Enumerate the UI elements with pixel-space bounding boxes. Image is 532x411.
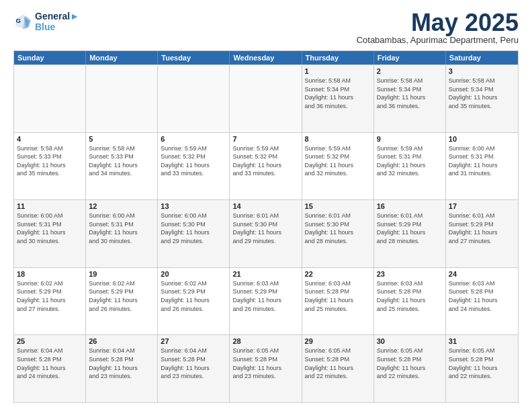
header: G General► Blue May 2025 Cotabambas, Apu… — [13, 11, 519, 45]
day-cell — [158, 65, 230, 132]
day-cell: 24Sunrise: 6:03 AM Sunset: 5:28 PM Dayli… — [446, 268, 518, 335]
day-number: 2 — [377, 67, 443, 75]
day-info: Sunrise: 6:05 AM Sunset: 5:28 PM Dayligh… — [305, 347, 371, 380]
subtitle: Cotabambas, Apurimac Department, Peru — [357, 35, 519, 45]
day-cell — [230, 65, 302, 132]
day-number: 11 — [17, 202, 83, 210]
day-info: Sunrise: 5:59 AM Sunset: 5:31 PM Dayligh… — [377, 144, 443, 178]
week-row-0: 1Sunrise: 5:58 AM Sunset: 5:34 PM Daylig… — [14, 64, 518, 132]
day-cell: 27Sunrise: 6:04 AM Sunset: 5:28 PM Dayli… — [158, 335, 230, 402]
day-number: 30 — [377, 337, 443, 345]
day-number: 10 — [449, 135, 515, 143]
day-number: 20 — [161, 270, 226, 278]
day-number: 1 — [305, 67, 371, 75]
day-number: 22 — [305, 270, 371, 278]
day-number: 4 — [17, 135, 83, 143]
day-cell: 18Sunrise: 6:02 AM Sunset: 5:29 PM Dayli… — [14, 268, 86, 335]
day-cell: 1Sunrise: 5:58 AM Sunset: 5:34 PM Daylig… — [302, 65, 374, 132]
col-headers: SundayMondayTuesdayWednesdayThursdayFrid… — [14, 51, 518, 64]
calendar-body: 1Sunrise: 5:58 AM Sunset: 5:34 PM Daylig… — [14, 64, 518, 402]
day-info: Sunrise: 6:05 AM Sunset: 5:28 PM Dayligh… — [449, 347, 515, 380]
logo-icon: G — [13, 12, 32, 31]
title-area: May 2025 Cotabambas, Apurimac Department… — [357, 11, 519, 45]
day-cell: 29Sunrise: 6:05 AM Sunset: 5:28 PM Dayli… — [302, 335, 374, 402]
day-number: 19 — [89, 270, 154, 278]
day-number: 14 — [232, 202, 298, 210]
day-info: Sunrise: 6:02 AM Sunset: 5:29 PM Dayligh… — [17, 279, 83, 313]
day-number: 16 — [377, 202, 443, 210]
day-cell: 30Sunrise: 6:05 AM Sunset: 5:28 PM Dayli… — [374, 335, 446, 402]
page: G General► Blue May 2025 Cotabambas, Apu… — [0, 0, 532, 411]
day-cell: 11Sunrise: 6:00 AM Sunset: 5:31 PM Dayli… — [14, 200, 86, 267]
day-info: Sunrise: 6:01 AM Sunset: 5:30 PM Dayligh… — [232, 212, 298, 245]
week-row-4: 25Sunrise: 6:04 AM Sunset: 5:28 PM Dayli… — [14, 334, 518, 402]
day-info: Sunrise: 5:59 AM Sunset: 5:32 PM Dayligh… — [232, 144, 298, 178]
day-cell: 6Sunrise: 5:59 AM Sunset: 5:32 PM Daylig… — [158, 133, 230, 200]
day-info: Sunrise: 6:04 AM Sunset: 5:28 PM Dayligh… — [89, 347, 154, 380]
day-cell: 19Sunrise: 6:02 AM Sunset: 5:29 PM Dayli… — [86, 268, 158, 335]
day-cell: 28Sunrise: 6:05 AM Sunset: 5:28 PM Dayli… — [230, 335, 302, 402]
day-cell: 14Sunrise: 6:01 AM Sunset: 5:30 PM Dayli… — [230, 200, 302, 267]
col-header-tuesday: Tuesday — [158, 51, 230, 64]
day-cell: 4Sunrise: 5:58 AM Sunset: 5:33 PM Daylig… — [14, 133, 86, 200]
day-info: Sunrise: 5:58 AM Sunset: 5:34 PM Dayligh… — [377, 77, 443, 110]
day-cell: 20Sunrise: 6:02 AM Sunset: 5:29 PM Dayli… — [158, 268, 230, 335]
day-info: Sunrise: 6:02 AM Sunset: 5:29 PM Dayligh… — [89, 279, 154, 313]
day-number: 3 — [449, 67, 515, 75]
day-number: 31 — [449, 337, 515, 345]
day-number: 25 — [17, 337, 83, 345]
day-cell: 12Sunrise: 6:00 AM Sunset: 5:31 PM Dayli… — [86, 200, 158, 267]
col-header-sunday: Sunday — [14, 51, 86, 64]
day-cell: 5Sunrise: 5:58 AM Sunset: 5:33 PM Daylig… — [86, 133, 158, 200]
week-row-1: 4Sunrise: 5:58 AM Sunset: 5:33 PM Daylig… — [14, 132, 518, 200]
day-number: 12 — [89, 202, 154, 210]
day-cell — [86, 65, 158, 132]
day-cell: 21Sunrise: 6:03 AM Sunset: 5:29 PM Dayli… — [230, 268, 302, 335]
day-info: Sunrise: 6:04 AM Sunset: 5:28 PM Dayligh… — [17, 347, 83, 380]
day-number: 28 — [232, 337, 298, 345]
day-cell: 23Sunrise: 6:03 AM Sunset: 5:28 PM Dayli… — [374, 268, 446, 335]
week-row-3: 18Sunrise: 6:02 AM Sunset: 5:29 PM Dayli… — [14, 267, 518, 335]
day-cell: 8Sunrise: 5:59 AM Sunset: 5:32 PM Daylig… — [302, 133, 374, 200]
day-cell: 15Sunrise: 6:01 AM Sunset: 5:30 PM Dayli… — [302, 200, 374, 267]
day-number: 26 — [89, 337, 154, 345]
day-number: 23 — [377, 270, 443, 278]
logo-text: General► Blue — [35, 11, 79, 32]
day-number: 21 — [232, 270, 298, 278]
day-info: Sunrise: 5:58 AM Sunset: 5:33 PM Dayligh… — [17, 144, 83, 178]
calendar: SundayMondayTuesdayWednesdayThursdayFrid… — [13, 50, 519, 403]
day-cell — [14, 65, 86, 132]
svg-text:G: G — [16, 17, 21, 24]
day-number: 7 — [232, 135, 298, 143]
day-info: Sunrise: 6:01 AM Sunset: 5:29 PM Dayligh… — [449, 212, 515, 245]
day-cell: 25Sunrise: 6:04 AM Sunset: 5:28 PM Dayli… — [14, 335, 86, 402]
day-cell: 17Sunrise: 6:01 AM Sunset: 5:29 PM Dayli… — [446, 200, 518, 267]
day-info: Sunrise: 6:03 AM Sunset: 5:28 PM Dayligh… — [305, 279, 371, 313]
week-row-2: 11Sunrise: 6:00 AM Sunset: 5:31 PM Dayli… — [14, 199, 518, 267]
day-cell: 2Sunrise: 5:58 AM Sunset: 5:34 PM Daylig… — [374, 65, 446, 132]
day-info: Sunrise: 6:04 AM Sunset: 5:28 PM Dayligh… — [161, 347, 226, 380]
day-number: 8 — [305, 135, 371, 143]
day-info: Sunrise: 6:05 AM Sunset: 5:28 PM Dayligh… — [377, 347, 443, 380]
day-info: Sunrise: 5:58 AM Sunset: 5:33 PM Dayligh… — [89, 144, 154, 178]
day-number: 9 — [377, 135, 443, 143]
day-cell: 26Sunrise: 6:04 AM Sunset: 5:28 PM Dayli… — [86, 335, 158, 402]
day-info: Sunrise: 5:59 AM Sunset: 5:32 PM Dayligh… — [161, 144, 226, 178]
col-header-thursday: Thursday — [302, 51, 374, 64]
day-cell: 31Sunrise: 6:05 AM Sunset: 5:28 PM Dayli… — [446, 335, 518, 402]
day-info: Sunrise: 6:00 AM Sunset: 5:31 PM Dayligh… — [17, 212, 83, 245]
day-number: 24 — [449, 270, 515, 278]
month-title: May 2025 — [357, 11, 519, 35]
day-info: Sunrise: 6:03 AM Sunset: 5:28 PM Dayligh… — [377, 279, 443, 313]
day-info: Sunrise: 6:00 AM Sunset: 5:31 PM Dayligh… — [89, 212, 154, 245]
day-info: Sunrise: 6:00 AM Sunset: 5:30 PM Dayligh… — [161, 212, 226, 245]
day-cell: 10Sunrise: 6:00 AM Sunset: 5:31 PM Dayli… — [446, 133, 518, 200]
day-number: 13 — [161, 202, 226, 210]
col-header-wednesday: Wednesday — [230, 51, 302, 64]
day-info: Sunrise: 6:01 AM Sunset: 5:30 PM Dayligh… — [305, 212, 371, 245]
day-info: Sunrise: 5:58 AM Sunset: 5:34 PM Dayligh… — [305, 77, 371, 110]
day-info: Sunrise: 5:59 AM Sunset: 5:32 PM Dayligh… — [305, 144, 371, 178]
logo: G General► Blue — [13, 11, 79, 32]
day-info: Sunrise: 6:03 AM Sunset: 5:29 PM Dayligh… — [232, 279, 298, 313]
day-cell: 13Sunrise: 6:00 AM Sunset: 5:30 PM Dayli… — [158, 200, 230, 267]
